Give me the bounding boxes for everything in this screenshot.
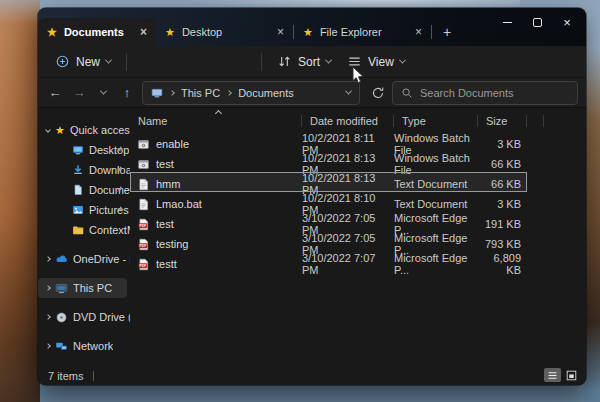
pdf-file-icon: PDF xyxy=(137,258,150,271)
column-header-size[interactable]: Size xyxy=(478,110,527,132)
column-headers: Name Date modified Type Size xyxy=(130,110,586,132)
sidebar-item-label: Quick access xyxy=(70,124,130,136)
new-button[interactable]: New xyxy=(48,50,118,73)
column-header-date-modified[interactable]: Date modified xyxy=(302,110,394,132)
minimize-button[interactable] xyxy=(492,11,522,33)
sidebar-item-label: ContextMenuCust xyxy=(89,224,130,236)
rename-button[interactable] xyxy=(195,53,213,71)
search-input[interactable] xyxy=(420,87,550,99)
view-button[interactable]: View xyxy=(340,50,412,73)
new-button-label: New xyxy=(76,55,100,69)
tab-strip: ★ Documents × ★ Desktop × ★ File Explore… xyxy=(38,18,462,46)
chevron-right-icon xyxy=(45,285,51,291)
dvd-drive-icon xyxy=(55,311,68,324)
forward-button[interactable]: → xyxy=(68,82,90,104)
downloads-icon xyxy=(72,164,84,176)
large-icons-view-icon xyxy=(565,370,578,381)
command-bar: New Sort xyxy=(38,46,586,78)
column-header-name[interactable]: Name xyxy=(130,110,302,132)
breadcrumb-chevron-icon xyxy=(226,90,232,96)
sort-button[interactable]: Sort xyxy=(270,50,338,73)
toolbar-separator xyxy=(126,53,127,71)
status-separator xyxy=(93,371,94,381)
sidebar-item-label: DVD Drive (D:) CCCC xyxy=(73,311,130,323)
close-button[interactable]: × xyxy=(552,11,582,33)
svg-text:PDF: PDF xyxy=(139,223,146,227)
close-tab-icon[interactable]: × xyxy=(269,25,284,39)
file-row-test-bat[interactable]: test 10/2/2021 8:13 PM Windows Batch Fil… xyxy=(130,152,527,172)
chevron-right-icon xyxy=(45,256,51,262)
large-icons-view-button[interactable] xyxy=(563,368,580,382)
file-type: Microsoft Edge P... xyxy=(394,252,478,276)
file-name: Lmao.bat xyxy=(156,198,202,210)
folder-icon xyxy=(72,224,84,236)
close-tab-icon[interactable]: × xyxy=(407,25,422,39)
star-icon: ★ xyxy=(303,26,313,39)
file-row-testing-pdf[interactable]: PDFtesting 3/10/2022 7:05 PM Microsoft E… xyxy=(130,232,527,252)
pdf-file-icon: PDF xyxy=(137,218,150,231)
sidebar-item-label: OneDrive - Personal xyxy=(73,253,130,265)
this-pc-icon xyxy=(151,87,163,99)
cut-button[interactable] xyxy=(135,53,153,71)
sidebar-item-quick-access[interactable]: ★ Quick access xyxy=(38,120,130,140)
address-bar[interactable]: This PC Documents xyxy=(142,81,360,105)
sidebar-item-dvd-drive[interactable]: DVD Drive (D:) CCCC xyxy=(38,307,130,327)
star-icon: ★ xyxy=(47,26,57,39)
pdf-file-icon: PDF xyxy=(137,238,150,251)
sidebar-item-downloads[interactable]: Downloads xyxy=(38,160,130,180)
pictures-icon xyxy=(72,204,84,216)
minimize-icon xyxy=(503,22,512,23)
column-label: Name xyxy=(138,115,167,127)
tab-file-explorer[interactable]: ★ File Explorer × xyxy=(294,18,431,46)
sidebar-item-contextmenucust[interactable]: ContextMenuCust xyxy=(38,220,130,240)
tab-label: File Explorer xyxy=(320,26,382,38)
file-type: Text Document xyxy=(394,198,478,210)
file-name: test xyxy=(156,218,174,230)
file-size: 3 KB xyxy=(478,138,527,150)
copy-button[interactable] xyxy=(155,53,173,71)
column-label: Date modified xyxy=(310,115,378,127)
file-row-test-pdf[interactable]: PDFtest 3/10/2022 7:05 PM Microsoft Edge… xyxy=(130,212,527,232)
column-header-type[interactable]: Type xyxy=(394,110,478,132)
search-box[interactable] xyxy=(392,81,578,105)
pin-icon xyxy=(115,164,124,176)
file-name: testing xyxy=(156,238,188,250)
sidebar-item-pictures[interactable]: Pictures xyxy=(38,200,130,220)
file-row-testt-pdf[interactable]: PDFtestt 3/10/2022 7:07 PM Microsoft Edg… xyxy=(130,252,527,272)
back-button[interactable]: ← xyxy=(44,82,66,104)
sidebar-item-network[interactable]: Network xyxy=(38,336,130,356)
star-icon: ★ xyxy=(165,26,175,39)
sidebar-item-documents[interactable]: Documents xyxy=(38,180,130,200)
chevron-down-icon xyxy=(325,57,332,64)
batch-file-icon xyxy=(137,158,150,171)
refresh-button[interactable] xyxy=(366,82,390,104)
navigation-pane: ★ Quick access Desktop Downloads xyxy=(38,108,130,367)
delete-button[interactable] xyxy=(235,53,253,71)
sidebar-item-onedrive[interactable]: OneDrive - Personal xyxy=(38,249,130,269)
tab-desktop[interactable]: ★ Desktop × xyxy=(156,18,293,46)
recent-locations-button[interactable] xyxy=(92,82,114,104)
sidebar-item-this-pc[interactable]: This PC xyxy=(38,278,127,298)
close-tab-icon[interactable]: × xyxy=(132,25,147,39)
file-size: 793 KB xyxy=(478,238,527,250)
file-row-lmao-bat[interactable]: Lmao.bat 10/2/2021 8:10 PM Text Document… xyxy=(130,192,527,212)
file-list: Name Date modified Type Size enable 10/2… xyxy=(130,108,586,367)
details-view-button[interactable] xyxy=(544,368,561,382)
breadcrumb-documents[interactable]: Documents xyxy=(238,87,294,99)
sidebar-item-label: This PC xyxy=(73,282,112,294)
see-more-button[interactable] xyxy=(414,53,432,71)
new-tab-button[interactable]: + xyxy=(432,18,462,46)
maximize-button[interactable] xyxy=(522,11,552,33)
address-dropdown-icon[interactable] xyxy=(345,88,352,95)
column-header-blank xyxy=(527,110,544,132)
file-explorer-window: ★ Documents × ★ Desktop × ★ File Explore… xyxy=(38,8,586,385)
search-icon xyxy=(401,87,413,99)
tab-documents[interactable]: ★ Documents × xyxy=(38,18,156,46)
share-button[interactable] xyxy=(215,53,233,71)
file-row-enable[interactable]: enable 10/2/2021 8:11 PM Windows Batch F… xyxy=(130,132,527,152)
up-button[interactable]: ↑ xyxy=(116,82,138,104)
paste-button[interactable] xyxy=(175,53,193,71)
sidebar-item-desktop[interactable]: Desktop xyxy=(38,140,130,160)
breadcrumb-this-pc[interactable]: This PC xyxy=(181,87,220,99)
view-icon xyxy=(347,54,362,69)
